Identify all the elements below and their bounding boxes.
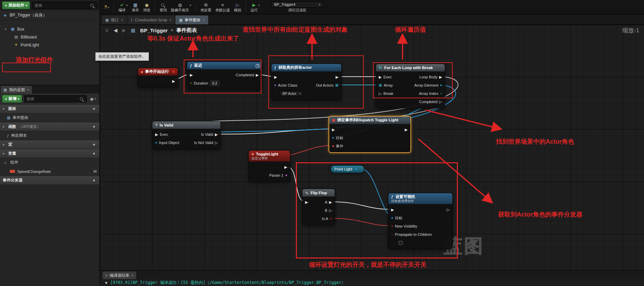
node-header[interactable]: ◆ ToggleLight 自定义事件 [249,151,290,162]
section-graphs[interactable]: ▾ 图表 + [0,104,99,113]
exec-in-pin[interactable]: ▶ [391,208,394,212]
node-header[interactable]: ▦ 绑定事件到Dispatch Toggle Light [329,117,410,124]
compiler-message-row[interactable]: ● [9703.01]BP_Trigger 编译成功！[55 毫秒内]（/Gam… [100,279,644,286]
a-pin[interactable]: ▶ [329,200,332,204]
out-actors-pin[interactable]: ▦ [335,84,339,87]
node-header[interactable]: ƒ 延迟 [187,62,261,69]
class-defaults-button[interactable]: ≡ 类默认值 [214,2,232,13]
tree-item-billboard[interactable]: ▤ Billboard [0,33,99,41]
exec-in-pin[interactable]: ▶ [379,75,382,79]
node-bind-event-dispatch-toggle-light[interactable]: ▦ 绑定事件到Dispatch Toggle Light ▶ ▶ ●目标 ■事件 [329,116,411,153]
add-new-button[interactable]: + 新增 ▾ [2,95,22,103]
duration-value-input[interactable]: 0.2 [210,80,220,86]
add-component-button[interactable]: + 添加组件 ▾ [2,1,30,9]
node-header[interactable]: ƒ 设置可视性 目标是场景组件 [388,193,452,204]
is-not-valid-pin[interactable]: ▷ [215,141,218,145]
close-icon[interactable]: × [121,18,123,22]
node-foreach-loop-with-break[interactable]: ↻ For Each Loop with Break ▶Exec Loop Bo… [376,64,445,108]
breadcrumb-root[interactable]: BP_Trigger [140,28,168,33]
event-delegate-pin[interactable]: ■ [332,144,334,148]
wire-delegate-bindevent-togglelight[interactable] [289,145,332,155]
exec-in-pin[interactable]: ▶ [155,133,158,136]
completed-pin[interactable]: ▶ [256,73,259,77]
add-function-button[interactable]: + [91,124,97,129]
chevron-down-icon[interactable]: ▾ [3,143,6,146]
blueprint-self-row[interactable]: ◈ BP_Trigger（自身） [0,11,99,20]
chevron-down-icon[interactable]: ▾ [3,107,6,111]
node-header[interactable]: ∿ Flip Flop [302,189,335,197]
node-header[interactable]: ƒ 获取类的所有actor [271,64,341,72]
add-graph-button[interactable]: + [91,106,97,111]
target-pin[interactable]: ● [332,136,334,140]
node-event-begin-play[interactable]: ◆ 事件开始运行 ▶ [138,68,178,88]
save-button[interactable]: ▦ 保存 [130,2,141,13]
actor-class-pin[interactable]: ● [274,84,276,87]
close-icon[interactable]: × [203,18,205,22]
wire-bool-isa-newvisibility[interactable] [332,218,391,226]
browse-button[interactable]: ◉ 浏览 [141,2,152,13]
node-set-visibility[interactable]: ƒ 设置可视性 目标是场景组件 ▶ ▷ ●目标 ●New Visibility [388,193,453,249]
exec-in-pin[interactable]: ▶ [190,73,193,77]
visibility-filter-button[interactable]: ◉ ▾ [89,97,98,101]
is-valid-pin[interactable]: ▶ [215,133,218,136]
tab-event-graph[interactable]: ▦ 事件图表 × [175,15,208,24]
hide-unrelated-button[interactable]: ◍ 隐藏不相关 ▾ [169,2,193,13]
object-out-pin[interactable]: ● [355,167,357,171]
section-macros[interactable]: ▾ 宏 + [0,140,99,149]
completed-pin[interactable]: ▷ [439,100,442,104]
exec-out-pin[interactable]: ▶ [172,79,175,83]
loop-body-pin[interactable]: ▶ [439,75,442,79]
target-pin[interactable]: ● [391,216,393,220]
tab-viewport[interactable]: ▦ 视口 × [102,15,127,24]
close-icon[interactable]: × [169,18,171,22]
node-flip-flop[interactable]: ∿ Flip Flop ▶ A▶ B▷ Is A● [302,189,335,225]
compiler-results-tab[interactable]: ≡ 编译器结果 × [103,272,136,279]
duration-pin[interactable]: ○ [190,81,192,85]
group-components[interactable]: ▸ 组件 [0,158,99,167]
compile-button[interactable]: ✔ 编译 ▾ [117,2,129,13]
array-pin[interactable]: ▦ [379,84,382,87]
exec-out-pin[interactable]: ▷ [447,208,450,212]
section-functions[interactable]: ▾ 函数 （18可覆盖） + [0,122,99,131]
exec-out-pin[interactable]: ▶ [405,128,408,132]
exec-out-pin[interactable]: ▶ [336,75,339,79]
tab-construction-script[interactable]: ƒ Construction Scrip × [127,15,175,24]
array-element-pin[interactable]: ● [440,84,442,87]
chevron-down-icon[interactable]: ▾ [5,28,8,31]
add-variable-button[interactable]: + [91,151,97,156]
list-item-event-graph[interactable]: ▦ 事件图表 [0,113,99,122]
node-header[interactable]: ? Is Valid [152,121,221,129]
node-header[interactable]: ↻ For Each Loop with Break [376,64,445,72]
my-blueprint-search-input[interactable] [26,97,79,101]
tree-item-pointlight[interactable]: ☀ PointLight [0,41,99,49]
node-togglelight-event[interactable]: ◆ ToggleLight 自定义事件 ▶ Param 1● [248,150,290,182]
close-icon[interactable]: × [131,273,133,277]
add-macro-button[interactable]: + [91,142,97,147]
param-pin[interactable]: ● [285,174,287,177]
new-visibility-pin[interactable]: ● [391,224,393,228]
breadcrumb-current[interactable]: 事件图表 [176,27,197,34]
list-item-speedchangerate[interactable]: SpeedChangeRate ✉ [0,167,99,176]
star-icon[interactable]: ☆ [105,28,109,33]
propagate-pin[interactable]: ○ [391,233,393,236]
node-delay[interactable]: ƒ 延迟 ◷ ▶ Completed▶ ○Duration0.2 [187,62,262,90]
node-point-light-variable[interactable]: Point Light ● [331,165,364,173]
exec-in-pin[interactable]: ▶ [274,75,277,79]
exec-out-pin[interactable]: ▶ [285,165,287,169]
tree-item-box[interactable]: ▾ ▦ Box [0,25,99,33]
envelope-icon[interactable]: ✉ [93,169,97,174]
propagate-checkbox[interactable] [399,241,402,245]
node-header[interactable]: ◆ 事件开始运行 [138,68,178,76]
array-index-pin[interactable]: ○ [440,92,442,95]
node-get-all-actors-of-class[interactable]: ƒ 获取类的所有actor ▶ ▶ ●Actor Class Out Actor… [271,64,342,100]
section-dispatchers[interactable]: 事件分发器 + [0,176,99,185]
components-search-input[interactable] [34,3,90,8]
section-variables[interactable]: ▾ 变量 + [0,149,99,158]
chevron-right-icon[interactable]: ▸ [5,161,8,164]
is-a-pin[interactable]: ● [330,217,332,220]
wire-object-pointlight-target[interactable] [362,169,391,218]
find-button[interactable]: 查找 [158,2,169,13]
list-item-construction-script[interactable]: ƒ 构造脚本 [0,131,99,140]
actor-class-dropdown[interactable]: BP Actor ▾ [280,91,303,96]
break-pin[interactable]: ▷ [379,92,382,96]
